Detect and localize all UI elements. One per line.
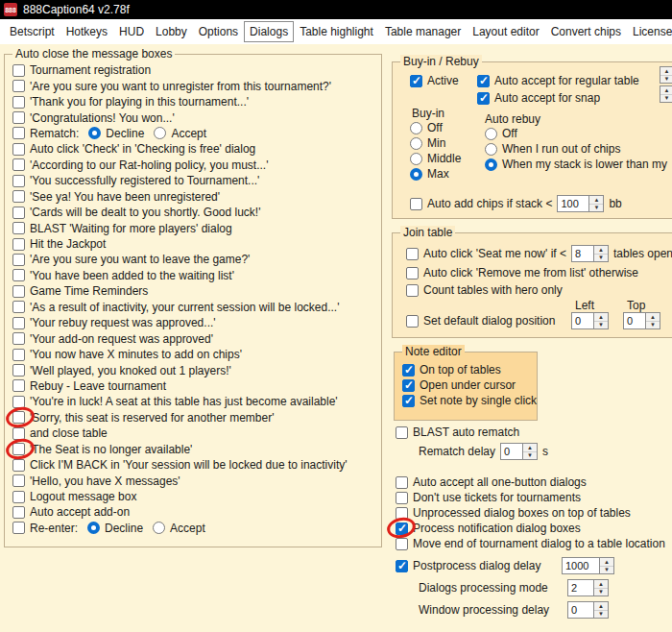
message-box-row[interactable]: 'Well played, you knoked out 1 players!' (12, 362, 377, 377)
row-checkbox[interactable] (12, 379, 25, 392)
spin-value[interactable]: 0 (623, 312, 646, 329)
radio-button[interactable] (410, 168, 422, 181)
spin-up-icon[interactable]: ▲ (594, 246, 608, 255)
rematch-delay-row[interactable]: Rematch delay 0▲▼ s (419, 443, 548, 460)
spin-buttons[interactable]: ▲▼ (589, 195, 604, 212)
row-checkbox[interactable] (12, 64, 25, 77)
auto-add-chips-spinner[interactable]: 100▲▼ (557, 195, 604, 212)
count-hero-row[interactable]: Count tables with hero only (406, 283, 563, 297)
move-end-dialog-checkbox[interactable] (396, 538, 408, 550)
tab-table-manager[interactable]: Table manager (379, 21, 467, 42)
message-box-row[interactable]: 'Hello, you have X messages' (12, 473, 377, 488)
spin-buttons[interactable]: ▲▼ (594, 601, 609, 619)
message-box-row[interactable]: 'The Seat is no longer available' (12, 442, 377, 457)
row-checkbox[interactable] (12, 111, 25, 124)
spin-buttons[interactable]: ▲▼ (600, 557, 614, 574)
row-checkbox[interactable] (12, 459, 25, 472)
spin-value[interactable]: 0 (571, 312, 594, 329)
message-box-row[interactable]: 'You successfully registered to Tourname… (12, 173, 377, 188)
tickets-row[interactable]: Don't use tickets for tournaments (396, 491, 581, 504)
row-checkbox[interactable] (12, 474, 25, 487)
checkbox-option[interactable]: Set note by single click (402, 393, 537, 408)
spin-down-icon[interactable]: ▼ (594, 611, 608, 619)
unprocessed-dialogs-row[interactable]: Unprocessed dialog boxes on top of table… (396, 506, 631, 520)
row-checkbox[interactable] (12, 491, 25, 503)
message-box-row[interactable]: and close table (12, 425, 377, 441)
position-top-spinner[interactable]: 0▲▼ (623, 312, 660, 329)
tab-lobby[interactable]: Lobby (150, 21, 193, 42)
tab-dialogs[interactable]: Dialogs (244, 21, 294, 42)
spin-value[interactable]: 0 (567, 601, 594, 619)
row-checkbox[interactable] (12, 364, 25, 377)
row-checkbox[interactable] (12, 96, 25, 109)
radio-option[interactable]: Min (410, 135, 461, 151)
message-box-row[interactable]: Click I'M BACK in 'Your session will be … (12, 457, 377, 473)
tab-license[interactable]: License (627, 21, 672, 42)
row-checkbox[interactable] (12, 222, 25, 234)
checkbox[interactable] (402, 379, 415, 392)
auto-add-chips-row[interactable]: Auto add chips if stack < 100▲▼ bb (410, 195, 622, 212)
spin-down-icon[interactable]: ▼ (523, 452, 537, 460)
message-box-row[interactable]: 'Congratulations! You won...' (12, 109, 377, 125)
radio-option[interactable]: Off (410, 120, 461, 135)
checkbox-option[interactable]: On top of tables (402, 362, 537, 377)
radio-option[interactable]: Off (485, 126, 667, 141)
row-checkbox[interactable] (12, 207, 25, 219)
spin-down-icon[interactable]: ▼ (646, 322, 660, 329)
spin-up-icon[interactable]: ▲ (594, 602, 608, 611)
postprocess-delay-spinner[interactable]: 1000▲▼ (562, 557, 614, 574)
row-checkbox[interactable] (12, 332, 25, 345)
row-checkbox[interactable] (12, 301, 25, 313)
message-box-row[interactable]: 'Your add-on request was approved' (12, 330, 377, 346)
row-checkbox[interactable] (12, 443, 25, 455)
message-box-row[interactable]: 'Cards will be dealt to you shortly. Goo… (12, 205, 377, 220)
message-box-row[interactable]: Auto click 'Check' in 'Checking is free'… (12, 141, 377, 157)
tab-hud[interactable]: HUD (113, 21, 150, 42)
message-box-row[interactable]: Logout message box (12, 489, 377, 504)
seat-me-now-checkbox[interactable] (406, 248, 419, 260)
remove-me-checkbox[interactable] (406, 267, 419, 280)
position-left-spinner[interactable]: 0▲▼ (571, 312, 609, 329)
auto-add-chips-checkbox[interactable] (410, 198, 422, 210)
default-position-row[interactable]: Set default dialog position (406, 314, 555, 328)
auto-accept-snap-checkbox[interactable] (477, 92, 490, 105)
checkbox[interactable] (402, 364, 415, 377)
spin-value[interactable]: 1000 (562, 557, 600, 574)
message-box-row[interactable]: Hit the Jackpot (12, 236, 377, 252)
one-button-dialogs-checkbox[interactable] (396, 476, 408, 489)
row-checkbox[interactable] (12, 427, 25, 440)
auto-accept-regular-checkbox[interactable] (477, 75, 490, 87)
one-button-dialogs-row[interactable]: Auto accept all one-button dialogs (396, 475, 587, 489)
row-checkbox[interactable] (12, 254, 25, 266)
message-box-row[interactable]: Rematch:DeclineAccept (12, 126, 377, 141)
spin-value[interactable]: 0 (500, 443, 523, 460)
row-checkbox[interactable] (12, 190, 25, 203)
message-box-row[interactable]: Game Time Reminders (12, 283, 377, 299)
spin-up-icon[interactable]: ▲ (594, 580, 608, 589)
radio-decline[interactable] (87, 522, 100, 534)
tab-table-highlight[interactable]: Table highlight (294, 21, 379, 42)
spin-buttons[interactable]: ▲▼ (646, 312, 660, 329)
tab-hotkeys[interactable]: Hotkeys (60, 21, 113, 42)
checkbox-option[interactable]: Open under cursor (402, 377, 537, 393)
seat-me-now-spinner[interactable]: 8▲▼ (571, 245, 609, 262)
spin-down-icon[interactable]: ▼ (594, 322, 608, 329)
message-box-row[interactable]: 'You now have X minutes to add on chips' (12, 347, 377, 362)
radio-option[interactable]: Middle (410, 151, 461, 166)
message-box-row[interactable]: Tournament registration (12, 62, 377, 78)
row-checkbox[interactable] (12, 349, 25, 361)
spin-buttons[interactable]: ▲▼ (594, 245, 609, 262)
message-box-row[interactable]: 'You have been added to the waiting list… (12, 268, 377, 283)
spin-down-icon[interactable]: ▼ (589, 205, 603, 212)
spin-down-icon[interactable]: ▼ (660, 95, 672, 103)
row-checkbox[interactable] (12, 143, 25, 156)
row-checkbox[interactable] (12, 396, 25, 408)
row-checkbox[interactable] (12, 522, 25, 534)
radio-option[interactable]: Max (410, 166, 461, 182)
spin-up-icon[interactable]: ▲ (594, 313, 608, 322)
radio-button[interactable] (410, 153, 422, 165)
message-box-row[interactable]: 'Are you sure you want to leave the game… (12, 252, 377, 267)
blast-auto-rematch-row[interactable]: BLAST auto rematch (396, 425, 519, 439)
radio-button[interactable] (410, 137, 422, 150)
message-box-row[interactable]: 'Thank you for playing in this tournamen… (12, 94, 377, 109)
